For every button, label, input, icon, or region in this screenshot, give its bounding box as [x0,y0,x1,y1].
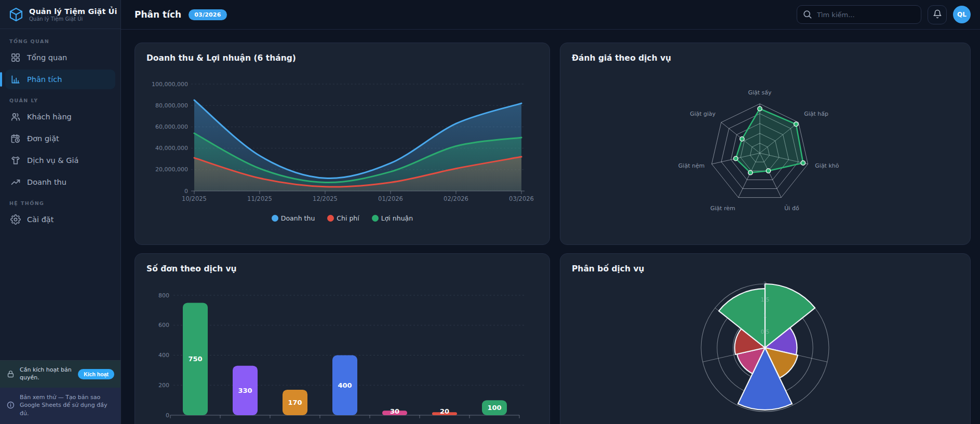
svg-text:20,000,000: 20,000,000 [155,166,188,173]
gear-icon [10,214,21,225]
panel-title: Phân bố dịch vụ [572,264,959,273]
panel-title: Doanh thu & Lợi nhuận (6 tháng) [146,53,538,63]
svg-text:200: 200 [158,382,169,389]
legend-dot [372,215,379,222]
sidebar: Quản lý Tiệm Giặt Ủi Quản lý Tiệm Giặt Ủ… [0,0,121,424]
calendar-clock-icon [10,133,21,144]
svg-text:03/2026: 03/2026 [509,195,534,202]
main-content: Doanh thu & Lợi nhuận (6 tháng) 020,000,… [121,30,980,424]
sidebar-item-label: Doanh thu [27,178,66,186]
cube-logo-icon [8,7,24,22]
page-title: Phân tích [135,9,181,20]
legend-label: Lợi nhuận [381,214,413,222]
panel-title: Số đơn theo dịch vụ [146,264,538,273]
svg-text:400: 400 [338,381,352,389]
panel-revenue-profit: Doanh thu & Lợi nhuận (6 tháng) 020,000,… [135,43,550,245]
svg-text:30: 30 [390,407,399,415]
avatar[interactable]: QL [953,6,971,23]
header: Phân tích 03/2026 QL [121,0,980,30]
sidebar-item-khach-hang[interactable]: Khách hàng [5,107,115,127]
revenue-legend: Doanh thuChi phíLợi nhuận [146,214,538,222]
revenue-profit-chart[interactable]: 020,000,00040,000,00060,000,00080,000,00… [146,67,539,208]
sidebar-item-don-giat[interactable]: Đơn giặt [5,129,115,148]
sidebar-item-doanh-thu[interactable]: Doanh thu [5,172,115,192]
sidebar-item-label: Cài đặt [27,215,53,224]
legend-label: Doanh thu [281,214,315,222]
sidebar-item-tong-quan[interactable]: Tổng quan [5,48,115,67]
svg-text:01/2026: 01/2026 [378,195,403,202]
svg-text:11/2025: 11/2025 [247,195,272,202]
svg-text:1: 1 [763,312,767,319]
info-icon [6,401,15,409]
panel-title: Đánh giá theo dịch vụ [572,53,959,63]
svg-text:0.5: 0.5 [761,329,770,335]
svg-text:600: 600 [158,322,169,329]
search-box [797,5,921,24]
sidebar-item-dich-vu-gia[interactable]: Dịch vụ & Giá [5,151,115,170]
svg-text:Giặt rèm: Giặt rèm [710,205,735,212]
svg-text:40,000,000: 40,000,000 [155,145,188,152]
trial-notice-text: Bản xem thử — Tạo bản sao Google Sheets … [20,393,114,417]
legend-item[interactable]: Lợi nhuận [372,214,413,222]
activate-button[interactable]: Kích hoạt [78,369,114,379]
svg-text:170: 170 [288,399,302,406]
sidebar-item-phan-tich[interactable]: Phân tích [5,70,115,89]
svg-text:0: 0 [166,412,169,419]
orders-by-service-chart[interactable]: 02004006008007503301704003020100 [146,278,539,424]
legend-dot [327,215,334,222]
search-input[interactable] [797,5,921,24]
svg-text:60,000,000: 60,000,000 [155,124,188,130]
nav-section-overview: TỔNG QUAN [5,32,115,48]
month-badge: 03/2026 [189,9,226,20]
panel-orders-by-service: Số đơn theo dịch vụ 02004006008007503301… [135,253,550,424]
svg-text:80,000,000: 80,000,000 [155,102,188,109]
sidebar-nav: TỔNG QUAN Tổng quan Phân tích [0,29,120,360]
nav-section-system: HỆ THỐNG [5,194,115,210]
license-notice-text: Cần kích hoạt bản quyền. [20,366,73,382]
trending-up-icon [10,177,21,187]
svg-text:10/2025: 10/2025 [182,195,207,202]
sidebar-footer: Cần kích hoạt bản quyền. Kích hoạt Bản x… [0,360,120,424]
shirt-icon [10,155,21,166]
trial-notice: Bản xem thử — Tạo bản sao Google Sheets … [0,388,120,424]
legend-item[interactable]: Doanh thu [272,214,315,222]
service-rating-chart[interactable]: Giặt sấyGiặt hấpGiặt khôỦi đồGiặt rèmGiặ… [572,67,964,232]
legend-item[interactable]: Chi phí [327,214,359,222]
bell-icon [933,9,942,20]
notifications-button[interactable] [928,5,947,24]
dashboard-grid-icon [10,52,21,63]
sidebar-item-label: Tổng quan [27,53,67,62]
sidebar-item-label: Dịch vụ & Giá [27,156,78,165]
svg-text:Giặt khô: Giặt khô [815,162,839,169]
bar-chart-icon [10,74,21,85]
svg-text:12/2025: 12/2025 [313,195,338,202]
legend-dot [272,215,278,222]
sidebar-item-label: Khách hàng [27,113,72,121]
svg-text:0: 0 [184,188,188,195]
svg-text:100,000,000: 100,000,000 [152,81,188,88]
svg-text:400: 400 [158,352,169,359]
svg-text:750: 750 [188,355,202,363]
svg-text:20: 20 [440,407,449,415]
service-distribution-chart[interactable]: 0.511.52 [572,278,964,424]
panel-service-rating: Đánh giá theo dịch vụ Giặt sấyGiặt hấpGi… [560,43,971,245]
sidebar-item-label: Phân tích [27,75,62,84]
sidebar-item-cai-dat[interactable]: Cài đặt [5,210,115,229]
brand: Quản lý Tiệm Giặt Ủi Quản lý Tiệm Giặt Ủ… [0,0,120,29]
app-window: Quản lý Tiệm Giặt Ủi Quản lý Tiệm Giặt Ủ… [0,0,980,424]
brand-title: Quản lý Tiệm Giặt Ủi [29,7,117,16]
sidebar-item-label: Đơn giặt [27,134,59,143]
nav-section-manage: QUẢN LÝ [5,91,115,107]
lock-icon [6,370,15,378]
users-icon [10,112,21,122]
svg-text:1.5: 1.5 [761,296,770,303]
svg-text:100: 100 [487,404,501,412]
legend-label: Chi phí [337,214,359,222]
search-icon [802,9,812,21]
svg-text:Giặt sấy: Giặt sấy [748,89,772,96]
svg-text:Ủi đồ: Ủi đồ [784,204,799,212]
panel-service-distribution: Phân bố dịch vụ 0.511.52 [560,253,971,424]
header-actions: QL [797,5,971,24]
svg-text:02/2026: 02/2026 [444,195,468,202]
svg-text:Giặt giày: Giặt giày [690,111,716,117]
